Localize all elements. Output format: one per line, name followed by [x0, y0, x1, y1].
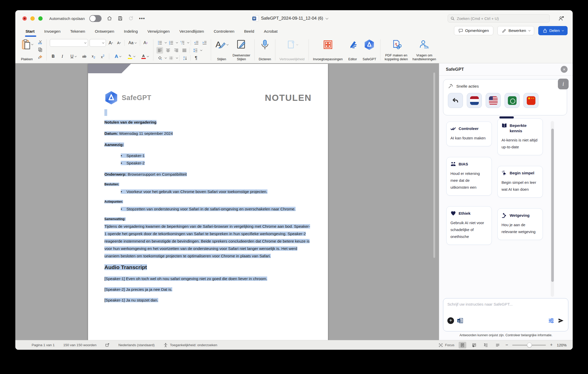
draft-view-button[interactable]	[494, 342, 501, 348]
document-scrollbar[interactable]	[433, 73, 435, 258]
dictate-button[interactable]: Dicteren	[258, 38, 272, 62]
format-painter-icon[interactable]	[37, 54, 43, 61]
card-ethiek[interactable]: Ethiek Gebruik AI niet voor schadelijke …	[446, 206, 492, 245]
tab-invoegen[interactable]: Invoegen	[44, 29, 60, 34]
undo-button[interactable]	[448, 93, 463, 108]
styles-button[interactable]: A Stijlen	[214, 38, 229, 62]
zoom-slider-thumb[interactable]	[527, 343, 532, 347]
word-count[interactable]: 150 van 150 woorden	[63, 343, 96, 347]
change-case-icon[interactable]: Aa	[127, 40, 138, 46]
justify-button[interactable]	[181, 47, 188, 54]
font-name-select[interactable]	[50, 39, 88, 47]
zoom-level[interactable]: 120%	[557, 343, 567, 347]
request-signatures-button[interactable]: Vragen omhandtekeningen	[411, 38, 437, 62]
safegpt-ribbon-button[interactable]: SafeGPT	[362, 38, 377, 62]
web-layout-view-button[interactable]	[470, 342, 478, 348]
addins-button[interactable]: Invoegtoepassingen	[312, 38, 344, 62]
tab-controleren[interactable]: Controleren	[214, 29, 234, 34]
card-begin-simpel[interactable]: Begin simpel Begin simpel en leer wat AI…	[497, 166, 543, 198]
home-icon[interactable]	[107, 16, 112, 21]
zoom-in-button[interactable]: +	[550, 342, 553, 348]
autosave-toggle[interactable]	[89, 15, 102, 22]
line-spacing-icon[interactable]	[192, 47, 199, 54]
tab-verwijzingen[interactable]: Verwijzingen	[148, 29, 170, 34]
bullet-list-icon[interactable]	[156, 39, 163, 46]
card-controleer[interactable]: Controleer AI kan fouten maken	[446, 122, 492, 146]
editor-button[interactable]: Editor	[346, 38, 359, 62]
document-title[interactable]: SafeGPT_2024-09-11_12-04 (6)	[261, 16, 323, 21]
page-count[interactable]: Pagina 1 van 1	[32, 343, 55, 347]
focus-button[interactable]: Focus	[438, 343, 455, 347]
more-options-icon[interactable]: •••	[139, 16, 145, 21]
tab-indeling[interactable]: Indeling	[124, 29, 138, 34]
print-layout-view-button[interactable]	[459, 342, 466, 348]
highlight-color-icon[interactable]: ✎	[126, 53, 137, 60]
title-chevron-icon[interactable]	[325, 17, 328, 19]
decrease-indent-icon[interactable]	[193, 39, 200, 46]
increase-indent-icon[interactable]	[201, 39, 208, 46]
italic-button[interactable]: I	[59, 53, 66, 60]
feedback-icon[interactable]	[558, 15, 565, 22]
zoom-slider[interactable]	[512, 345, 546, 346]
subscript-button[interactable]: x2	[90, 53, 97, 60]
multilevel-list-icon[interactable]	[179, 39, 186, 46]
attach-plus-icon[interactable]: +	[447, 317, 454, 324]
font-size-select[interactable]	[90, 39, 106, 47]
tab-acrobat[interactable]: Acrobat	[264, 29, 277, 34]
pilcrow-icon[interactable]: ¶	[193, 55, 199, 61]
tab-tekenen[interactable]: Tekenen	[70, 29, 85, 34]
sort-icon[interactable]: AZ	[182, 55, 188, 61]
grow-font-icon[interactable]: A˄	[107, 40, 114, 46]
translate-dutch-button[interactable]	[467, 93, 482, 108]
outline-view-button[interactable]	[482, 342, 490, 348]
comments-button[interactable]: Opmerkingen	[454, 26, 493, 35]
align-right-button[interactable]	[173, 47, 179, 54]
underline-button[interactable]: U	[68, 53, 78, 60]
close-window-button[interactable]	[22, 16, 27, 21]
align-center-button[interactable]	[165, 47, 171, 54]
align-left-button[interactable]	[156, 47, 163, 54]
search-box[interactable]	[448, 14, 550, 22]
tab-ontwerpen[interactable]: Ontwerpen	[95, 29, 114, 34]
bold-button[interactable]: B	[50, 53, 56, 60]
translate-english-button[interactable]	[486, 93, 501, 108]
edit-mode-button[interactable]: Bewerken	[497, 26, 534, 35]
tab-start[interactable]: Start	[26, 29, 34, 34]
numbered-list-icon[interactable]	[168, 39, 174, 46]
zoom-out-button[interactable]: −	[506, 342, 508, 348]
card-bias[interactable]: BIAS Houd er rekening mee dat de uitkoms…	[446, 157, 492, 196]
chat-input-box[interactable]: + w	[443, 298, 568, 331]
accessibility-status[interactable]: Toegankelijkheid: onderzoeken	[163, 343, 217, 347]
superscript-button[interactable]: x2	[99, 53, 106, 60]
translate-chinese-button[interactable]: ★★★	[523, 93, 538, 108]
zoom-window-button[interactable]	[38, 16, 43, 21]
card-beperkte-kennis[interactable]: Beperkte kennis AI-kennis is niet altijd…	[497, 118, 543, 155]
save-icon[interactable]	[117, 16, 123, 21]
borders-icon[interactable]	[168, 55, 174, 61]
shading-icon[interactable]	[156, 55, 163, 61]
copy-icon[interactable]	[37, 46, 43, 53]
settings-sliders-icon[interactable]	[548, 318, 554, 324]
close-icon[interactable]: ×	[561, 66, 568, 73]
search-input[interactable]	[457, 16, 547, 21]
font-color-icon[interactable]: A	[139, 53, 150, 60]
text-effects-icon[interactable]: A	[112, 53, 123, 60]
share-button[interactable]: Delen	[538, 26, 568, 35]
tab-verzendlijsten[interactable]: Verzendlijsten	[179, 29, 204, 34]
cut-icon[interactable]	[37, 39, 43, 45]
send-icon[interactable]	[558, 318, 564, 324]
tab-beeld[interactable]: Beeld	[244, 29, 254, 34]
clear-formatting-icon[interactable]: A◊	[142, 40, 149, 46]
shrink-font-icon[interactable]: A˅	[116, 40, 122, 46]
minimize-window-button[interactable]	[30, 16, 35, 21]
document-page[interactable]: SafeGPT NOTULEN Notulen van de vergaderi…	[88, 64, 328, 340]
strikethrough-button[interactable]: ab	[81, 53, 88, 60]
language-status[interactable]: Nederlands (standaard)	[118, 343, 155, 347]
paste-button[interactable]: Plakken	[19, 38, 34, 62]
pdf-share-button[interactable]: PDF maken enkoppeling delen	[384, 38, 409, 62]
word-file-icon[interactable]: w	[457, 318, 463, 324]
info-button[interactable]: i	[558, 79, 569, 89]
panel-scrollbar[interactable]	[551, 121, 554, 297]
styles-pane-button[interactable]: DeelvensterStijlen	[231, 38, 251, 62]
card-wetgeving[interactable]: Wetgeving Hou je aan de relevante wetgev…	[497, 208, 543, 240]
